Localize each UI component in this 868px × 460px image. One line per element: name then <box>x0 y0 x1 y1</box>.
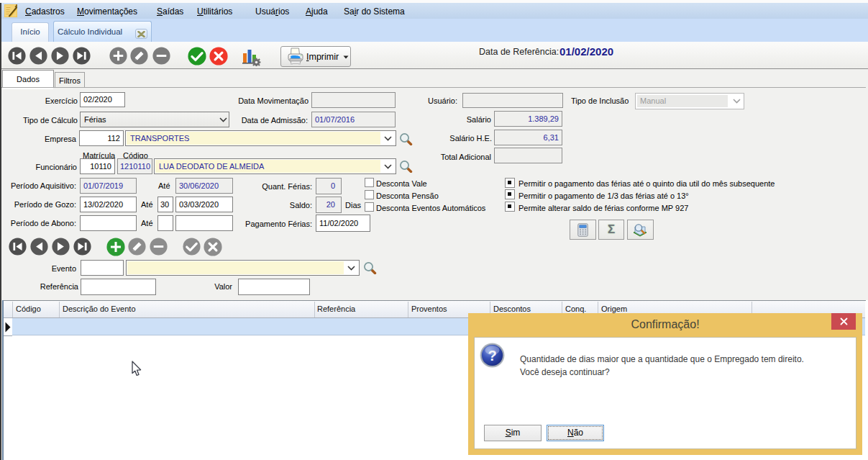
svg-text:?: ? <box>488 348 496 364</box>
